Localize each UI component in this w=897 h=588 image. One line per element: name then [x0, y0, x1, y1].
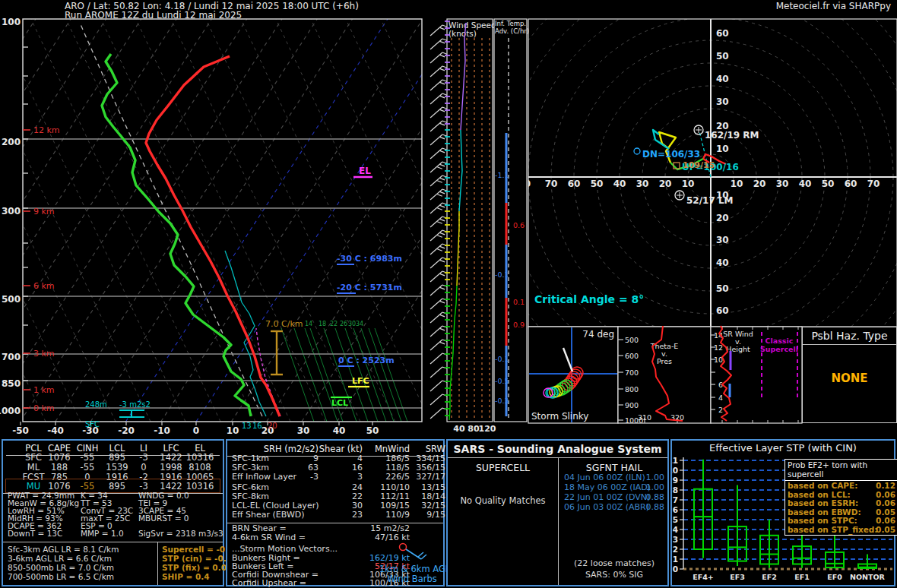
thermo-index: MBURST = 0 — [138, 514, 189, 523]
sars-hail-match-score: 0.88 — [558, 492, 664, 502]
advection-value: -1.1 — [495, 171, 509, 179]
temp-axis-label: -50 — [12, 425, 29, 436]
sars-hail-match-score: 1.00 — [558, 482, 664, 492]
stp-prob-value: 0.06 — [876, 499, 895, 508]
thermo-index: MMP = 1.0 — [81, 529, 124, 538]
stp-prob-label: based on STP_fixed: — [788, 525, 878, 534]
hodo-ring-label: 50 — [716, 283, 729, 294]
stp-category-label: NONTOR — [850, 573, 886, 581]
hodo-ring-label: 20 — [659, 179, 672, 189]
stp-panel: Effective Layer STP (with CIN)0123456789… — [670, 439, 895, 586]
composite-index: Supercell = -0.0 — [162, 545, 233, 554]
hodo-ring-label: 60 — [568, 179, 581, 189]
hodo-ring-label: 70 — [867, 179, 880, 189]
sr46-value: 47/16 kt — [227, 533, 410, 542]
sars-supercell-header: SUPERCELL — [448, 462, 558, 473]
sars-loose-matches: (22 loose matches) — [558, 558, 670, 568]
temp-axis-label: 30 — [297, 425, 310, 436]
mean-wind-label: 109/15 — [683, 160, 715, 170]
skewt-annotation: EL — [359, 166, 371, 176]
hodo-ring-label: 50 — [822, 179, 835, 189]
stp-y-label: 4 — [673, 525, 678, 534]
advection-value: 0.1 — [513, 298, 525, 306]
hodo-ring-label: 40 — [613, 179, 626, 189]
classic-supercell-label: Supercell — [760, 345, 798, 353]
pressure-label: 100 — [2, 17, 21, 27]
hodo-ring-label: 30 — [716, 235, 729, 245]
thetae-panel: 5006007008009001000310320Theta-Ev.Pres — [618, 326, 711, 425]
lm-label: 52/17 LM — [686, 195, 734, 206]
skewt-annotation: 13 — [242, 422, 252, 430]
hodo-ring-label: 10 — [682, 179, 695, 189]
advection-value: 0.9 — [513, 321, 525, 329]
mixing-ratio-label: 22 — [330, 321, 338, 327]
temp-axis-label: -40 — [47, 425, 64, 436]
stp-y-label: 9 — [673, 476, 678, 485]
height-km-label: 1 km — [33, 385, 55, 395]
stp-y-label: 0 — [673, 564, 678, 574]
lapse-rate: 850-500mb LR = 7.0 C/km — [8, 563, 114, 572]
skewt-annotation: -20 C : 5731m — [337, 283, 402, 292]
skewt-annotation: 7.0 C/km — [265, 319, 303, 329]
temp-advection-panel: Inf. Temp.Adv. (C/hr)-1.10.6-0.10.10.9-0… — [494, 19, 529, 422]
kinematics-header: SRW — [227, 444, 445, 454]
barb-note-line2: Wind Barbs — [379, 574, 445, 584]
advection-value: -0.1 — [495, 355, 509, 363]
advection-units: Adv. (C/hr) — [495, 27, 529, 35]
mixing-ratio-label: 18 — [319, 321, 326, 327]
thermo-index: SigSvr = 2318 m3/s3 — [138, 529, 223, 538]
hodo-ring-label: 20 — [753, 179, 766, 189]
sars-sig-probability: SARS: 0% SIG — [558, 570, 670, 580]
hodo-ring-label: 30 — [636, 179, 649, 189]
classic-supercell-label: Classic — [765, 337, 794, 345]
pressure-label: 300 — [2, 206, 21, 217]
parcel-table-cell: 8108 — [180, 462, 220, 473]
thetae-x-label: 310 — [638, 413, 651, 422]
sars-hail-header: SGFNT HAIL — [558, 462, 670, 473]
height-km-label: 3 km — [33, 349, 55, 359]
height-km-label: 0 km — [33, 403, 55, 413]
hodo-ring-label: 40 — [716, 258, 729, 268]
thetae-title: Pres — [657, 357, 672, 365]
hodo-ring-label: 50 — [591, 179, 604, 189]
stp-category-label: EF1 — [794, 573, 810, 581]
lapse-rate: 700-500mb LR = 6.5 C/km — [8, 572, 114, 581]
pressure-label: 500 — [2, 294, 21, 305]
thetae-pressure-label: 800 — [625, 385, 639, 394]
mixing-ratio-label: 26 — [340, 321, 347, 327]
mixing-ratio-label: 34 — [356, 321, 363, 327]
stp-y-label: 3 — [673, 535, 678, 544]
srwind-height-label: 12 — [714, 343, 723, 352]
stp-y-label: 6 — [673, 505, 678, 514]
temp-axis-label: -10 — [154, 425, 170, 436]
skewt-annotation: -3 m2s2 — [119, 400, 151, 409]
thetae-pressure-label: 500 — [625, 336, 639, 344]
stp-prob-label: based on EBWD: — [788, 507, 861, 517]
hodo-ring-label: 20 — [716, 213, 729, 223]
stp-y-label: 2 — [673, 545, 678, 554]
temp-axis-label: 0 — [193, 425, 199, 436]
composite-index: STP (cin) = -0.0 — [162, 554, 232, 563]
hodo-ring-label: 10 — [731, 179, 743, 189]
hodo-ring-label: 60 — [716, 28, 729, 39]
skewt-annotation: LFC — [352, 376, 369, 386]
sars-hail-match-score: 1.00 — [558, 473, 664, 482]
stp-prob-label: based on ESRH: — [788, 498, 858, 507]
sharppy-sounding-view: ARO / Lat: 50.82 Lon: 4.18 / Lundi 12 ma… — [0, 0, 897, 588]
bunkers-right-marker — [694, 125, 703, 134]
thetae-pressure-label: 600 — [625, 352, 639, 360]
stp-y-label: 8 — [673, 485, 678, 495]
parcel-table-cell: 10316 — [180, 481, 220, 492]
parcel-thermo-panel: PCLCAPECINHLCLLILFCELSFC1076-55895-31422… — [2, 439, 224, 586]
hodo-ring-label: 70 — [545, 179, 558, 189]
height-km-label: 12 km — [33, 125, 60, 135]
stp-y-label: 10 — [672, 466, 678, 475]
stp-prob-label: based on STPC: — [788, 516, 857, 525]
lapse-rate: Sfc-3km AGL LR = 8.1 C/km — [8, 545, 119, 554]
hazard-value: NONE — [803, 371, 896, 385]
skewt-annotation: 0 C : 2523m — [338, 356, 395, 365]
critical-angle-label: Critical Angle = 8° — [534, 293, 644, 305]
hodo-ring-label: 30 — [716, 96, 729, 107]
sars-supercell-message: No Quality Matches — [448, 495, 558, 506]
stp-prob-label: based on CAPE: — [788, 481, 857, 490]
